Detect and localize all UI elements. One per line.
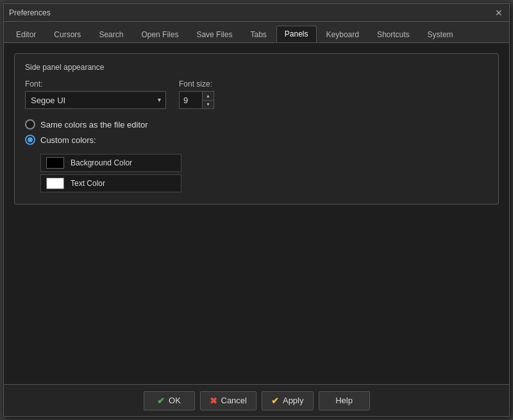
font-select-wrapper: Segoe UI Arial Consolas Courier New bbox=[25, 91, 166, 109]
color-radio-group: Same colors as the file editor Custom co… bbox=[25, 119, 488, 145]
help-button[interactable]: Help bbox=[319, 391, 370, 410]
text-color-button[interactable]: Text Color bbox=[40, 174, 181, 192]
tab-tabs[interactable]: Tabs bbox=[242, 26, 274, 42]
help-label: Help bbox=[335, 396, 353, 405]
font-group: Font: Segoe UI Arial Consolas Courier Ne… bbox=[25, 80, 166, 109]
text-color-swatch bbox=[46, 178, 64, 189]
window-title: Preferences bbox=[9, 8, 51, 17]
apply-check-icon: ✔ bbox=[271, 396, 279, 406]
tab-bar: Editor Cursors Search Open Files Save Fi… bbox=[4, 22, 509, 43]
spin-down-button[interactable]: ▼ bbox=[203, 101, 214, 109]
apply-label: Apply bbox=[283, 396, 304, 405]
tab-cursors[interactable]: Cursors bbox=[46, 26, 89, 42]
radio-same-colors[interactable] bbox=[25, 119, 35, 130]
ok-check-icon: ✔ bbox=[157, 396, 165, 406]
radio-same-colors-row[interactable]: Same colors as the file editor bbox=[25, 119, 488, 130]
tab-shortcuts[interactable]: Shortcuts bbox=[369, 26, 418, 42]
font-size-group: Font size: ▲ ▼ bbox=[179, 80, 214, 109]
radio-custom-colors-dot bbox=[28, 137, 33, 142]
font-field-row: Font: Segoe UI Arial Consolas Courier Ne… bbox=[25, 80, 488, 109]
tab-search[interactable]: Search bbox=[90, 26, 131, 42]
main-content: Side panel appearance Font: Segoe UI Ari… bbox=[4, 43, 509, 384]
radio-custom-colors[interactable] bbox=[25, 135, 35, 145]
cancel-label: Cancel bbox=[221, 396, 247, 405]
ok-label: OK bbox=[169, 396, 181, 405]
font-size-spinbox: ▲ ▼ bbox=[179, 91, 214, 109]
tab-save-files[interactable]: Save Files bbox=[188, 26, 240, 42]
tab-editor[interactable]: Editor bbox=[8, 26, 44, 42]
tab-keyboard[interactable]: Keyboard bbox=[318, 26, 367, 42]
side-panel-section: Side panel appearance Font: Segoe UI Ari… bbox=[14, 53, 499, 205]
font-size-label: Font size: bbox=[179, 80, 214, 88]
radio-same-colors-label: Same colors as the file editor bbox=[40, 120, 148, 130]
text-color-label: Text Color bbox=[71, 179, 105, 188]
color-buttons-group: Background Color Text Color bbox=[40, 154, 488, 192]
font-label: Font: bbox=[25, 80, 166, 88]
background-color-button[interactable]: Background Color bbox=[40, 154, 181, 172]
ok-button[interactable]: ✔ OK bbox=[144, 391, 195, 410]
close-button[interactable]: ✕ bbox=[494, 8, 504, 18]
section-title: Side panel appearance bbox=[25, 63, 488, 72]
apply-button[interactable]: ✔ Apply bbox=[262, 391, 314, 410]
spin-up-button[interactable]: ▲ bbox=[203, 92, 214, 101]
radio-custom-colors-label: Custom colors: bbox=[40, 135, 96, 145]
background-color-swatch bbox=[46, 157, 64, 169]
radio-custom-colors-row[interactable]: Custom colors: bbox=[25, 135, 488, 145]
footer: ✔ OK ✖ Cancel ✔ Apply Help bbox=[4, 384, 509, 416]
font-select[interactable]: Segoe UI Arial Consolas Courier New bbox=[25, 91, 166, 109]
tab-system[interactable]: System bbox=[419, 26, 462, 42]
background-color-label: Background Color bbox=[71, 158, 132, 167]
cancel-button[interactable]: ✖ Cancel bbox=[200, 391, 256, 410]
tab-panels[interactable]: Panels bbox=[276, 26, 317, 42]
tab-open-files[interactable]: Open Files bbox=[133, 26, 187, 42]
title-bar: Preferences ✕ bbox=[4, 4, 509, 22]
spin-buttons: ▲ ▼ bbox=[202, 92, 214, 108]
cancel-x-icon: ✖ bbox=[210, 396, 217, 406]
preferences-window: Preferences ✕ Editor Cursors Search Open… bbox=[3, 3, 510, 417]
